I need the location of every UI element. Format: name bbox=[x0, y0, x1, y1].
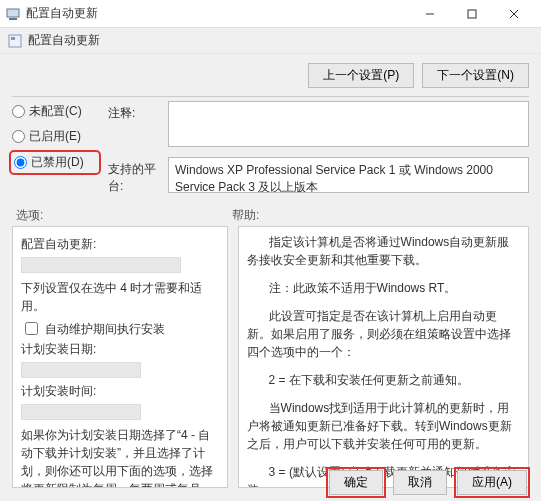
opt-maintenance-input[interactable] bbox=[25, 322, 38, 335]
comment-input[interactable] bbox=[168, 101, 529, 147]
cancel-button[interactable]: 取消 bbox=[393, 470, 447, 495]
close-button[interactable] bbox=[493, 0, 535, 28]
minimize-button[interactable] bbox=[409, 0, 451, 28]
radio-enabled-input[interactable] bbox=[12, 130, 25, 143]
radio-disabled[interactable]: 已禁用(D) bbox=[12, 153, 98, 172]
help-p5: 当Windows找到适用于此计算机的更新时，用户将被通知更新已准备好下载。转到W… bbox=[247, 399, 520, 453]
state-radios: 未配置(C) 已启用(E) 已禁用(D) bbox=[12, 101, 98, 195]
window-title: 配置自动更新 bbox=[26, 5, 98, 22]
svg-rect-0 bbox=[7, 9, 19, 17]
app-icon bbox=[6, 7, 20, 21]
svg-rect-3 bbox=[468, 10, 476, 18]
radio-disabled-label: 已禁用(D) bbox=[31, 154, 84, 171]
radio-disabled-input[interactable] bbox=[14, 156, 27, 169]
panel-headers: 选项: 帮助: bbox=[0, 203, 541, 226]
supported-text: Windows XP Professional Service Pack 1 或… bbox=[168, 157, 529, 193]
maximize-button[interactable] bbox=[451, 0, 493, 28]
opt-date-label: 计划安装日期: bbox=[21, 340, 219, 358]
help-p2: 注：此政策不适用于Windows RT。 bbox=[247, 279, 520, 297]
opt-explain: 如果你为计划安装日期选择了“4 - 自动下载并计划安装”，并且选择了计划，则你还… bbox=[21, 426, 219, 488]
lower-panels: 配置自动更新: 下列设置仅在选中 4 时才需要和适用。 自动维护期间执行安装 计… bbox=[0, 226, 541, 488]
comment-label: 注释: bbox=[108, 101, 162, 147]
opt-config-label: 配置自动更新: bbox=[21, 235, 219, 253]
svg-rect-7 bbox=[11, 37, 15, 40]
comment-field: 注释: bbox=[108, 101, 529, 147]
footer-buttons: 确定 取消 应用(A) bbox=[329, 470, 527, 495]
policy-icon bbox=[8, 34, 22, 48]
prev-setting-button[interactable]: 上一个设置(P) bbox=[308, 63, 414, 88]
opt-config-select[interactable] bbox=[21, 257, 181, 273]
help-header: 帮助: bbox=[232, 207, 259, 224]
opt-time-select[interactable] bbox=[21, 404, 141, 420]
opt-note: 下列设置仅在选中 4 时才需要和适用。 bbox=[21, 279, 219, 315]
options-panel: 配置自动更新: 下列设置仅在选中 4 时才需要和适用。 自动维护期间执行安装 计… bbox=[12, 226, 228, 488]
radio-not-configured-input[interactable] bbox=[12, 105, 25, 118]
radio-enabled-label: 已启用(E) bbox=[29, 128, 81, 145]
opt-maintenance-label: 自动维护期间执行安装 bbox=[45, 320, 165, 338]
radio-enabled[interactable]: 已启用(E) bbox=[12, 128, 98, 145]
apply-button[interactable]: 应用(A) bbox=[457, 470, 527, 495]
opt-time-label: 计划安装时间: bbox=[21, 382, 219, 400]
svg-rect-1 bbox=[9, 18, 17, 20]
radio-not-configured[interactable]: 未配置(C) bbox=[12, 103, 98, 120]
supported-label: 支持的平台: bbox=[108, 157, 162, 195]
nav-row: 上一个设置(P) 下一个设置(N) bbox=[0, 54, 541, 96]
svg-rect-6 bbox=[9, 35, 21, 47]
ok-button[interactable]: 确定 bbox=[329, 470, 383, 495]
config-section: 未配置(C) 已启用(E) 已禁用(D) 注释: 支持的平台: Windows … bbox=[0, 101, 541, 203]
sub-titlebar: 配置自动更新 bbox=[0, 28, 541, 54]
next-setting-button[interactable]: 下一个设置(N) bbox=[422, 63, 529, 88]
radio-not-configured-label: 未配置(C) bbox=[29, 103, 82, 120]
options-header: 选项: bbox=[16, 207, 232, 224]
help-p4: 2 = 在下载和安装任何更新之前通知。 bbox=[247, 371, 520, 389]
opt-maintenance-checkbox[interactable]: 自动维护期间执行安装 bbox=[21, 319, 219, 338]
window-titlebar: 配置自动更新 bbox=[0, 0, 541, 28]
help-p3: 此设置可指定是否在该计算机上启用自动更新。如果启用了服务，则必须在组策略设置中选… bbox=[247, 307, 520, 361]
help-p1: 指定该计算机是否将通过Windows自动更新服务接收安全更新和其他重要下载。 bbox=[247, 233, 520, 269]
policy-title: 配置自动更新 bbox=[28, 32, 100, 49]
supported-field: 支持的平台: Windows XP Professional Service P… bbox=[108, 157, 529, 195]
help-panel: 指定该计算机是否将通过Windows自动更新服务接收安全更新和其他重要下载。 注… bbox=[238, 226, 529, 488]
opt-date-select[interactable] bbox=[21, 362, 141, 378]
